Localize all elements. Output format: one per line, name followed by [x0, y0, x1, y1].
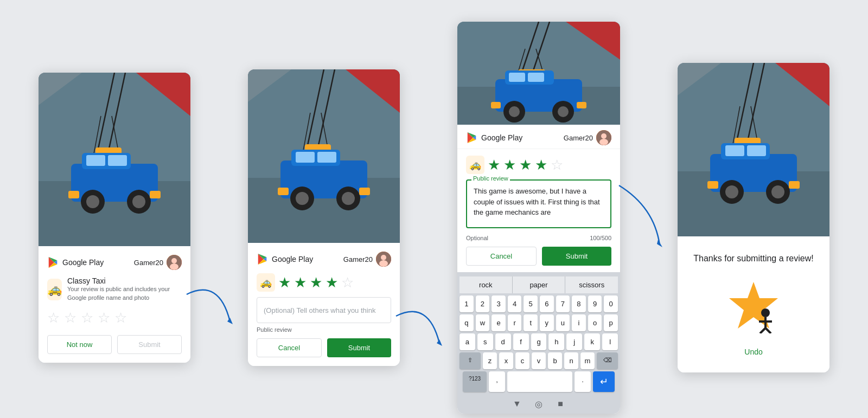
star-3-3[interactable]: ★: [519, 157, 532, 173]
key-s[interactable]: s: [477, 333, 493, 350]
key-space[interactable]: [507, 371, 572, 392]
key-d[interactable]: d: [495, 333, 511, 350]
key-i[interactable]: i: [572, 314, 586, 331]
suggestion-scissors[interactable]: scissors: [565, 276, 618, 293]
key-o[interactable]: o: [588, 314, 602, 331]
cancel-button-2[interactable]: Cancel: [257, 338, 322, 357]
star-3-2[interactable]: ★: [503, 157, 516, 173]
key-z[interactable]: z: [483, 352, 497, 369]
key-u[interactable]: u: [556, 314, 570, 331]
key-backspace[interactable]: ⌫: [597, 352, 618, 369]
username-2: Gamer20: [343, 255, 373, 263]
svg-point-78: [599, 139, 608, 145]
bottom-panel-2: Google Play Gamer20 🚕 ★: [248, 243, 400, 366]
key-shift[interactable]: ⇧: [459, 352, 481, 369]
key-k[interactable]: k: [584, 333, 600, 350]
stars-with-icon-3[interactable]: 🚕 ★ ★ ★ ★ ☆: [466, 156, 611, 174]
review-textarea-3[interactable]: [466, 179, 611, 228]
key-0[interactable]: 0: [604, 295, 618, 312]
avatar-2: [376, 252, 391, 267]
star-person-svg: [726, 279, 781, 333]
app-details-1: Classy Taxi Your review is public and in…: [67, 276, 182, 302]
star-2-5[interactable]: ☆: [341, 274, 354, 291]
key-7[interactable]: 7: [556, 295, 570, 312]
key-j[interactable]: j: [566, 333, 582, 350]
gplay-text-1: Google Play: [62, 258, 104, 267]
suggestion-rock[interactable]: rock: [459, 276, 513, 293]
suggestion-paper[interactable]: paper: [513, 276, 566, 293]
star-3-1[interactable]: ★: [488, 157, 500, 173]
svg-rect-44: [278, 188, 289, 195]
key-9[interactable]: 9: [588, 295, 602, 312]
submit-button-1[interactable]: Submit: [117, 335, 182, 354]
key-e[interactable]: e: [492, 314, 506, 331]
key-p[interactable]: p: [604, 314, 618, 331]
key-f[interactable]: f: [513, 333, 529, 350]
nav-recents[interactable]: ■: [555, 398, 566, 409]
cancel-button-3[interactable]: Cancel: [466, 247, 537, 266]
game-area-1: [39, 73, 190, 246]
gplay-text-3: Google Play: [481, 133, 522, 142]
username-1: Gamer20: [134, 259, 163, 267]
not-now-button[interactable]: Not now: [47, 335, 112, 354]
stars-row-1[interactable]: ☆ ☆ ☆ ☆ ☆: [47, 310, 182, 326]
svg-rect-71: [577, 102, 586, 108]
key-4[interactable]: 4: [508, 295, 522, 312]
key-period[interactable]: .: [575, 371, 591, 392]
star-2-1[interactable]: ★: [278, 274, 291, 291]
key-comma[interactable]: ,: [489, 371, 505, 392]
key-enter[interactable]: ↵: [593, 371, 615, 392]
star-3-4[interactable]: ★: [535, 157, 547, 173]
key-l[interactable]: l: [602, 333, 618, 350]
star-2-2[interactable]: ★: [294, 274, 307, 291]
nav-back[interactable]: ▼: [512, 398, 522, 409]
stars-with-icon-2[interactable]: 🚕 ★ ★ ★ ★ ☆: [257, 273, 391, 292]
svg-rect-92: [747, 145, 766, 156]
key-g[interactable]: g: [531, 333, 547, 350]
buttons-row-3: Cancel Submit: [466, 247, 611, 266]
key-y[interactable]: y: [540, 314, 554, 331]
svg-point-24: [171, 258, 177, 263]
key-symbols[interactable]: ?123: [463, 371, 487, 392]
key-x[interactable]: x: [499, 352, 513, 369]
star-1-4[interactable]: ☆: [98, 310, 110, 326]
key-1[interactable]: 1: [459, 295, 474, 312]
undo-button-4[interactable]: Undo: [744, 348, 762, 356]
star-1-2[interactable]: ☆: [64, 310, 76, 326]
submit-button-2[interactable]: Submit: [327, 338, 391, 357]
key-2[interactable]: 2: [476, 295, 490, 312]
key-b[interactable]: b: [548, 352, 562, 369]
screen-4: Thanks for submitting a review! Undo: [678, 63, 829, 372]
nav-home[interactable]: ◎: [533, 398, 544, 409]
svg-point-69: [558, 106, 569, 117]
svg-point-67: [509, 106, 520, 117]
key-v[interactable]: v: [532, 352, 546, 369]
key-q[interactable]: q: [459, 314, 474, 331]
star-2-3[interactable]: ★: [310, 274, 322, 291]
svg-point-14: [86, 195, 99, 208]
game-area-3: [457, 22, 620, 125]
arrow-1-container: [206, 22, 233, 414]
star-1-5[interactable]: ☆: [114, 310, 127, 326]
key-a[interactable]: a: [459, 333, 475, 350]
key-3[interactable]: 3: [492, 295, 506, 312]
key-t[interactable]: t: [524, 314, 538, 331]
key-8[interactable]: 8: [572, 295, 586, 312]
key-6[interactable]: 6: [540, 295, 554, 312]
key-c[interactable]: c: [515, 352, 529, 369]
key-5[interactable]: 5: [524, 295, 538, 312]
key-n[interactable]: n: [564, 352, 578, 369]
game-area-4: [678, 63, 829, 236]
arrow-2: [407, 316, 450, 370]
key-r[interactable]: r: [508, 314, 522, 331]
star-1-1[interactable]: ☆: [47, 310, 60, 326]
bottom-panel-1: Google Play Gamer20 🚕: [39, 246, 190, 363]
key-w[interactable]: w: [476, 314, 490, 331]
key-m[interactable]: m: [580, 352, 595, 369]
star-1-3[interactable]: ☆: [81, 310, 93, 326]
submit-button-3[interactable]: Submit: [542, 247, 611, 266]
review-input-2[interactable]: (Optional) Tell others what you think: [257, 297, 391, 323]
key-h[interactable]: h: [548, 333, 564, 350]
star-3-5[interactable]: ☆: [551, 157, 563, 173]
star-2-4[interactable]: ★: [326, 274, 338, 291]
